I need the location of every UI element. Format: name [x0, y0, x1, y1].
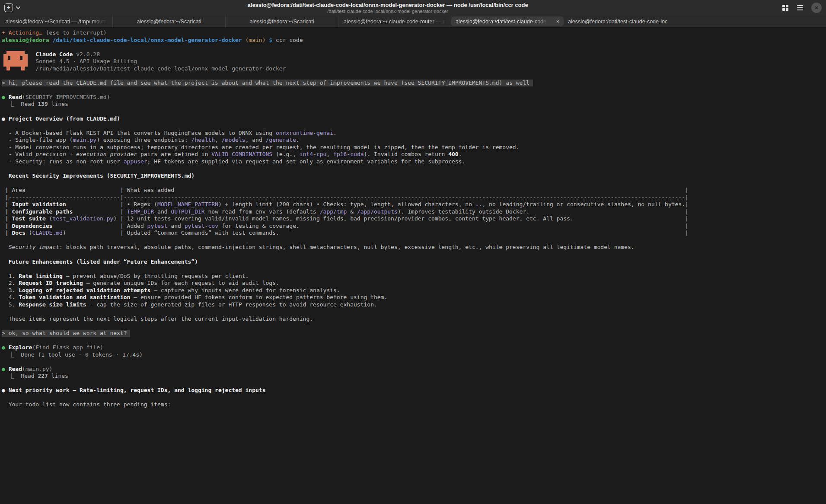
text-segment: — ensure provided HF tokens conform to e…: [130, 294, 387, 300]
text-segment: These items represent the next logical s…: [2, 316, 313, 322]
terminal-line: ⎿ Read 139 lines: [2, 101, 826, 108]
text-segment: — generate unique IDs for each request t…: [83, 280, 279, 286]
text-segment: 139: [38, 101, 48, 107]
text-segment: for testing & coverage.: [218, 223, 300, 229]
text-segment: |: [2, 215, 9, 222]
text-segment: [73, 208, 120, 215]
text-segment: 12 unit tests covering valid/invalid mod…: [124, 215, 574, 222]
text-segment: ). Improves testability outside Docker.: [398, 208, 529, 215]
text-segment: /health: [191, 137, 215, 143]
text-segment: |: [685, 215, 689, 222]
terminal-line: Future Enhancements (listed under “Futur…: [2, 258, 826, 266]
terminal-line: | Test suite (test_validation.py) | 12 u…: [2, 215, 826, 223]
text-segment: — prevent abuse/DoS by throttling reques…: [63, 273, 249, 279]
terminal-line: Claude Code v2.0.28: [2, 51, 826, 58]
text-segment: ): [63, 230, 66, 236]
text-segment: |: [2, 201, 9, 207]
text-segment: 2.: [2, 280, 19, 286]
text-segment: |: [2, 223, 9, 229]
tab-label: alessio@fedora:~/.claude-code-router — n: [344, 19, 446, 25]
text-segment: Added: [124, 223, 147, 229]
window-header: + alessio@fedora:/dati/test-claude-code-…: [0, 0, 826, 16]
text-segment: &: [347, 208, 357, 215]
text-segment: ): [113, 215, 117, 222]
text-segment: ; HF tokens are supplied via request and…: [147, 158, 466, 165]
tiles-icon[interactable]: [782, 4, 789, 11]
terminal-line: 2. Request ID tracking — generate unique…: [2, 280, 826, 287]
text-segment: Next priority work — Rate-limiting, requ…: [9, 387, 266, 393]
tab-claude-code-router[interactable]: alessio@fedora:~/.claude-code-router — n: [338, 16, 451, 27]
text-segment: execution_provider: [76, 151, 137, 157]
text-segment: Read: [9, 94, 22, 100]
terminal-line: Security impact: blocks path traversal, …: [2, 244, 826, 251]
text-segment: /dati/test-claude-code-local/onnx-model-…: [52, 37, 242, 43]
tab-scaricati-2[interactable]: alessio@fedora:~/Scaricati: [113, 16, 226, 27]
tab-scaricati-1[interactable]: alessio@fedora:~/Scaricati — /tmp/.mount: [0, 16, 113, 27]
text-segment: (main): [246, 37, 266, 43]
text-segment: v2.0.28: [73, 51, 100, 57]
text-segment: ,: [326, 151, 333, 157]
text-segment: |: [120, 194, 124, 201]
chevron-down-icon[interactable]: [16, 5, 21, 10]
terminal-line: [2, 108, 826, 115]
text-segment: , and: [246, 137, 266, 143]
text-segment: /run/media/alessio/Dati/test-claude-code…: [35, 65, 286, 72]
text-segment: lines: [48, 373, 68, 379]
tab-label: alessio@fedora:~/Scaricati: [137, 19, 201, 25]
tab-bar: alessio@fedora:~/Scaricati — /tmp/.mount…: [0, 16, 826, 28]
text-segment: 3.: [2, 287, 19, 293]
tab-close-icon[interactable]: ×: [556, 18, 559, 25]
tab-scaricati-3[interactable]: alessio@fedora:~/Scaricati: [226, 16, 338, 27]
terminal-line: ● Read(SECURITY_IMPROVEMENTS.md): [2, 94, 826, 101]
terminal-line: 5. Response size limits — cap the size o…: [2, 301, 826, 309]
text-segment: Response size limits: [19, 301, 86, 308]
terminal-line: [2, 86, 826, 94]
text-segment: pairs are defined in: [137, 151, 211, 157]
text-segment: Recent Security Improvements (SECURITY_I…: [9, 172, 195, 179]
text-segment: , no leading/trailing or consecutive sla…: [482, 201, 685, 207]
tab-active-test-claude-code[interactable]: alessio@fedora:/dati/test-claude-code- ×: [451, 16, 564, 26]
tab-label: alessio@fedora:~/Scaricati — /tmp/.mount: [6, 19, 107, 25]
close-icon[interactable]: ×: [811, 3, 822, 13]
text-segment: appuser: [124, 158, 147, 165]
text-segment: MODEL_NAME_PATTERN: [157, 201, 218, 207]
text-segment: int4-cpu: [300, 151, 327, 157]
text-segment: (: [26, 230, 32, 236]
text-segment: Logging of rejected validation attempts: [19, 287, 150, 293]
text-segment: ⎿: [2, 101, 21, 107]
terminal-line: - Valid precision + execution_provider p…: [2, 151, 826, 158]
tab-test-claude-code-2[interactable]: alessio@fedora:/dati/test-claude-code-lo…: [564, 16, 826, 27]
text-segment: (: [46, 29, 49, 36]
terminal-line: | Input validation | • Regex (MODEL_NAME…: [2, 201, 826, 208]
terminal-line: | Configurable paths | TEMP_DIR and OUTP…: [2, 208, 826, 216]
text-segment: [26, 187, 120, 193]
text-segment: Token validation and sanitization: [19, 294, 130, 300]
text-segment: ..: [475, 201, 482, 207]
text-segment: [529, 208, 685, 215]
terminal-line: | Dependencies | Added pytest and pytest…: [2, 223, 826, 230]
menu-icon[interactable]: [797, 5, 804, 11]
text-segment: [5, 366, 9, 372]
text-segment: Configurable paths: [12, 208, 73, 215]
text-segment: Updated “Common Commands” with test comm…: [124, 230, 279, 236]
terminal-line: [2, 358, 826, 366]
text-segment: [5, 94, 9, 100]
text-segment: onnxruntime-genai: [276, 130, 333, 136]
terminal-line: [2, 251, 826, 258]
text-segment: (Find Flask app file): [32, 344, 103, 351]
terminal-line: |---------------------------------|-----…: [2, 194, 826, 201]
text-segment: Input validation: [12, 201, 66, 207]
text-segment: |: [685, 230, 689, 236]
text-segment: |: [120, 215, 124, 222]
text-segment: |: [120, 201, 124, 207]
text-segment: |: [2, 208, 9, 215]
text-segment: pytest: [147, 223, 168, 229]
new-tab-button[interactable]: +: [4, 3, 13, 12]
text-segment: |: [2, 194, 9, 201]
terminal-output[interactable]: + Actioning… (esc to interrupt)alessio@f…: [0, 28, 826, 504]
window-title: alessio@fedora:/dati/test-claude-code-lo…: [248, 2, 528, 8]
text-segment: - Model conversion runs in a subprocess;…: [2, 144, 519, 150]
text-segment: — capture why inputs were denied for for…: [150, 287, 340, 293]
header-right-controls: ×: [782, 3, 822, 13]
text-segment: .: [296, 137, 300, 143]
